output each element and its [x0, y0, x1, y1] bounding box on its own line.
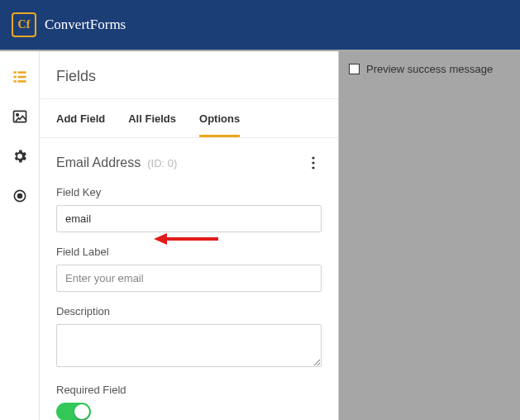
svg-rect-0	[13, 71, 16, 74]
field-header: Email Address (ID: 0)	[56, 155, 322, 171]
tabs: Add Field All Fields Options	[40, 99, 338, 138]
tab-options[interactable]: Options	[199, 99, 240, 137]
brand-name: ConvertForms	[45, 17, 126, 33]
svg-point-10	[312, 156, 314, 159]
fields-panel: Fields Add Field All Fields Options Emai…	[40, 51, 339, 420]
field-settings: Email Address (ID: 0) Field Key Field La…	[40, 138, 338, 420]
preview-area: Preview success message	[339, 51, 520, 420]
toggle-knob	[74, 404, 89, 419]
group-field-key: Field Key	[56, 186, 322, 232]
logo-icon: Cf	[12, 12, 36, 37]
field-title: Email Address	[56, 155, 141, 170]
svg-point-7	[16, 114, 17, 117]
svg-rect-6	[13, 111, 26, 122]
label-field-key: Field Key	[56, 186, 322, 198]
svg-rect-4	[13, 80, 16, 83]
textarea-description[interactable]	[56, 324, 322, 367]
label-description: Description	[56, 305, 322, 317]
svg-rect-5	[17, 80, 26, 83]
toggle-required[interactable]	[56, 403, 91, 420]
svg-rect-2	[13, 76, 16, 79]
svg-point-9	[17, 194, 21, 198]
tab-add-field[interactable]: Add Field	[56, 99, 105, 137]
svg-rect-1	[17, 71, 26, 74]
nav-image-icon[interactable]	[11, 107, 29, 126]
svg-marker-14	[154, 233, 167, 245]
annotation-arrow-icon	[154, 231, 218, 247]
top-bar: Cf ConvertForms	[0, 0, 520, 50]
field-id: (ID: 0)	[147, 157, 177, 169]
tab-all-fields[interactable]: All Fields	[128, 99, 176, 137]
side-nav	[0, 51, 40, 420]
group-field-label: Field Label	[56, 246, 322, 292]
preview-success-row: Preview success message	[349, 63, 510, 75]
svg-point-11	[312, 161, 314, 164]
kebab-menu-icon[interactable]	[305, 155, 322, 171]
nav-fields-icon[interactable]	[11, 68, 29, 86]
workspace: Fields Add Field All Fields Options Emai…	[0, 51, 520, 420]
panel-title: Fields	[40, 51, 338, 99]
svg-point-12	[312, 166, 314, 169]
checkbox-preview-success[interactable]	[349, 64, 360, 74]
input-field-label[interactable]	[56, 265, 322, 292]
label-field-label: Field Label	[56, 246, 322, 258]
group-required: Required Field	[56, 384, 322, 420]
input-field-key[interactable]	[56, 205, 322, 232]
label-preview-success: Preview success message	[366, 63, 493, 75]
nav-target-icon[interactable]	[11, 187, 29, 205]
group-description: Description	[56, 305, 322, 370]
label-required: Required Field	[56, 384, 322, 396]
svg-rect-3	[17, 76, 26, 79]
nav-settings-icon[interactable]	[11, 147, 29, 165]
